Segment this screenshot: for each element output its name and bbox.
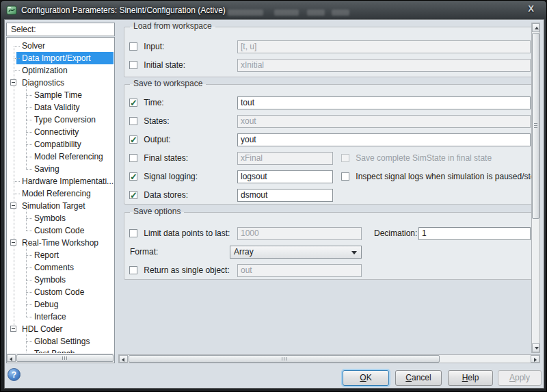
tree-item-custom-code[interactable]: Custom Code [8, 224, 114, 237]
data-stores-label: Data stores: [144, 190, 188, 200]
tree-horizontal-scrollbar[interactable] [7, 354, 114, 363]
save-options-group: Save options Limit data points to last: … [124, 212, 537, 280]
tree-item-hardware-implementati-[interactable]: Hardware Implementati... [8, 175, 114, 187]
help-button[interactable]: Help [448, 370, 493, 386]
tree-item-data-validity[interactable]: Data Validity [8, 101, 114, 114]
data-stores-field[interactable]: dsmout [237, 189, 333, 202]
tree-connector-line [26, 332, 27, 353]
input-checkbox[interactable] [129, 42, 137, 51]
decimation-field[interactable]: 1 [418, 227, 531, 240]
tree-item-simulation-target[interactable]: Simulation Target [8, 200, 114, 212]
close-button[interactable]: X [525, 3, 537, 14]
horizontal-scroll-thumb[interactable] [129, 355, 440, 363]
tree-item-global-settings[interactable]: Global Settings [8, 335, 114, 348]
config-tree: SolverData Import/ExportOptimizationDiag… [8, 38, 114, 353]
collapse-icon[interactable] [10, 326, 16, 332]
group-title: Save to workspace [130, 79, 206, 88]
tree-connector-line [14, 46, 14, 329]
tree-scroll-thumb[interactable] [16, 354, 114, 362]
tree-item-type-conversion[interactable]: Type Conversion [8, 114, 114, 126]
tree-item-compatibility[interactable]: Compatibility [8, 138, 114, 151]
collapse-icon[interactable] [10, 79, 16, 86]
scroll-left-icon[interactable] [7, 354, 16, 362]
tree-connector-line [26, 246, 27, 317]
input-field[interactable]: [t, u] [237, 40, 531, 53]
tree-connector-line [26, 86, 27, 169]
tree-item-sample-time[interactable]: Sample Time [8, 89, 114, 101]
vertical-scroll-thumb[interactable] [532, 33, 539, 219]
scroll-right-icon[interactable] [531, 355, 539, 363]
tree-item-model-referencing[interactable]: Model Referencing [8, 151, 114, 163]
return-single-object-field[interactable]: out [237, 264, 362, 277]
load-from-workspace-group: Load from workspace Input: [t, u] Initia… [124, 27, 537, 77]
initial-state-field[interactable]: xInitial [237, 59, 531, 72]
tree-item-solver[interactable]: Solver [8, 40, 114, 52]
tree-item-connectivity[interactable]: Connectivity [8, 126, 114, 138]
final-states-label: Final states: [144, 153, 188, 163]
final-states-checkbox[interactable] [129, 154, 137, 162]
input-label: Input: [144, 42, 164, 51]
limit-data-points-field[interactable]: 1000 [237, 227, 362, 240]
return-single-object-checkbox[interactable] [129, 266, 137, 274]
cancel-button[interactable]: Cancel [395, 370, 442, 386]
ghost-menu-text [307, 10, 325, 16]
states-field[interactable]: xout [237, 115, 531, 128]
format-label: Format: [130, 247, 158, 257]
simstate-checkbox[interactable] [341, 154, 349, 162]
inspect-signal-logs-checkbox[interactable] [341, 172, 349, 181]
vertical-scrollbar[interactable] [531, 23, 540, 353]
tree-item-test-bench[interactable]: Test Bench [8, 348, 114, 353]
tree-item-real-time-workshop[interactable]: Real-Time Workshop [8, 237, 114, 249]
simstate-label: Save complete SimState in final state [356, 153, 492, 163]
signal-logging-checkbox[interactable] [129, 172, 137, 181]
output-field[interactable]: yout [237, 133, 531, 146]
initial-state-label: Initial state: [144, 60, 185, 70]
save-to-workspace-group: Save to workspace Time: tout States: xou… [124, 84, 537, 205]
inspect-signal-logs-label: Inspect signal logs when simulation is p… [356, 172, 537, 181]
tree-item-symbols[interactable]: Symbols [8, 212, 114, 224]
signal-logging-field[interactable]: logsout [237, 170, 333, 183]
group-title: Load from workspace [130, 21, 215, 31]
horizontal-scrollbar[interactable] [118, 354, 540, 363]
title-bar[interactable]: Configuration Parameters: Sineint/Config… [1, 1, 546, 20]
tree-item-interface[interactable]: Interface [8, 311, 114, 323]
scroll-down-icon[interactable] [532, 343, 539, 352]
tree-item-custom-code[interactable]: Custom Code [8, 286, 114, 298]
tree-item-debug[interactable]: Debug [8, 298, 114, 311]
help-icon[interactable]: ? [8, 368, 21, 381]
scroll-left-icon[interactable] [119, 355, 128, 363]
limit-data-points-checkbox[interactable] [129, 229, 137, 237]
select-label: Select: [11, 25, 36, 34]
apply-button[interactable]: Apply [498, 370, 542, 386]
time-checkbox[interactable] [129, 99, 137, 107]
tree-item-hdl-coder[interactable]: HDL Coder [8, 323, 114, 335]
limit-data-points-label: Limit data points to last: [144, 228, 230, 238]
tree-item-saving[interactable]: Saving [8, 163, 114, 175]
ok-button[interactable]: OK [343, 370, 389, 386]
category-tree-panel: SolverData Import/ExportOptimizationDiag… [6, 37, 115, 363]
output-label: Output: [144, 135, 170, 144]
dialog-client-area: Select: SolverData Import/ExportOptimiza… [5, 20, 544, 388]
tree-item-data-import-export[interactable]: Data Import/Export [8, 52, 114, 64]
states-label: States: [144, 116, 169, 126]
tree-item-diagnostics[interactable]: Diagnostics [8, 77, 114, 89]
initial-state-checkbox[interactable] [129, 61, 137, 69]
select-header: Select: [6, 23, 115, 36]
tree-item-comments[interactable]: Comments [8, 261, 114, 274]
scroll-up-icon[interactable] [532, 23, 539, 32]
format-dropdown[interactable]: Array [230, 246, 362, 259]
chevron-down-icon [351, 251, 357, 254]
final-states-field[interactable]: xFinal [237, 152, 333, 165]
collapse-icon[interactable] [10, 202, 16, 209]
tree-item-report[interactable]: Report [8, 249, 114, 261]
data-stores-checkbox[interactable] [129, 191, 137, 199]
tree-item-model-referencing[interactable]: Model Referencing [8, 187, 114, 200]
time-field[interactable]: tout [237, 96, 531, 109]
output-checkbox[interactable] [129, 135, 137, 144]
tree-item-optimization[interactable]: Optimization [8, 64, 114, 77]
tree-item-symbols[interactable]: Symbols [8, 274, 114, 286]
group-title: Save options [130, 207, 184, 216]
states-checkbox[interactable] [129, 117, 137, 125]
app-icon [6, 5, 17, 16]
collapse-icon[interactable] [10, 239, 16, 246]
